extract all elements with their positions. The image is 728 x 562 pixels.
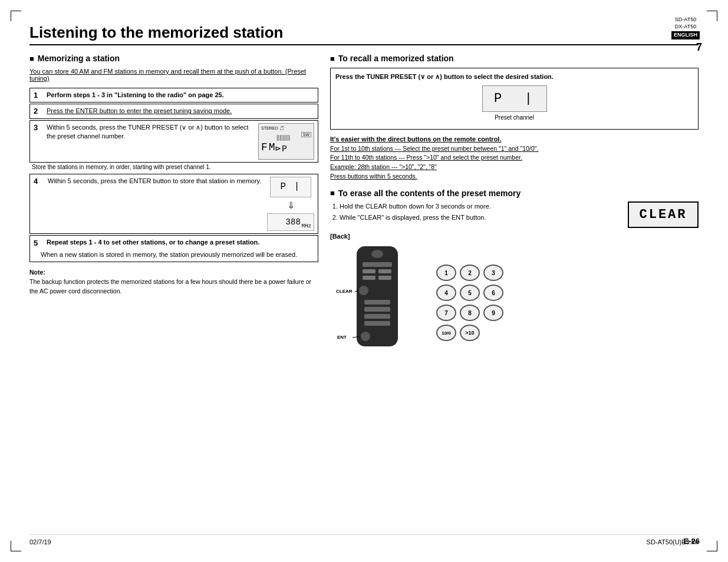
svg-rect-11 <box>364 307 390 312</box>
step-4-num: 4 <box>34 177 43 186</box>
preset-small-display: P | <box>270 177 311 197</box>
mhz-label: MHz <box>302 223 311 229</box>
corner-mark-tl <box>11 11 21 21</box>
preset-channel-label: Preset channel <box>482 113 547 122</box>
easier-line-2: For 11th to 40th stations --- Press ">10… <box>330 153 699 163</box>
recall-box: Press the TUNER PRESET (∨ or ∧) button t… <box>330 68 699 130</box>
corner-mark-br <box>707 541 717 551</box>
num-btn-gt10[interactable]: >10 <box>460 325 480 341</box>
recall-box-text: Press the TUNER PRESET (∨ or ∧) button t… <box>335 73 554 80</box>
svg-rect-2 <box>363 262 392 267</box>
step-2: 2 Press the ENTER button to enter the pr… <box>29 104 318 118</box>
model-labels: SD-AT50 DX-AT50 ENGLISH <box>671 16 700 39</box>
recall-heading: To recall a memorized station <box>330 54 699 63</box>
remote-area: CLEAR ENT <box>330 243 699 363</box>
preset-display-wrap: P | Preset channel <box>482 85 547 122</box>
svg-text:CLEAR: CLEAR <box>336 289 353 294</box>
num-btn-8[interactable]: 8 <box>460 305 480 321</box>
step-5-num: 5 <box>34 238 43 249</box>
num-btn-10-0[interactable]: 10/0 <box>436 325 456 341</box>
step-4-inner: 4 Within 5 seconds, press the ENTER butt… <box>34 177 314 231</box>
signal-bars: ||||||||| <box>276 134 290 141</box>
step-1-text: Perform steps 1 - 3 in "Listening to the… <box>47 91 314 100</box>
svg-rect-3 <box>363 269 375 273</box>
step-3-inner: Within 5 seconds, press the TUNER PRESET… <box>47 123 314 160</box>
language-badge: ENGLISH <box>671 31 700 39</box>
erase-steps: Hold the CLEAR button down for 3 seconds… <box>330 201 621 224</box>
erase-step-1: Hold the CLEAR button down for 3 seconds… <box>340 201 621 212</box>
num-btn-1[interactable]: 1 <box>436 265 456 281</box>
tuner-display: STEREO 🎵 SW ||||||||| FM ⊳P <box>258 123 314 160</box>
page-container: SD-AT50 DX-AT50 ENGLISH 7 Listening to t… <box>0 0 728 562</box>
step-4: 4 Within 5 seconds, press the ENTER butt… <box>29 174 318 234</box>
easier-heading: It's easier with the direct buttons on t… <box>330 135 699 143</box>
svg-rect-4 <box>378 269 391 273</box>
num-btn-4[interactable]: 4 <box>436 285 456 301</box>
store-note: Store the stations in memory, in order, … <box>29 164 318 170</box>
erase-heading: To erase all the contents of the preset … <box>330 189 699 198</box>
seg-display-arrow: ⊳P <box>275 143 288 154</box>
step-2-text: Press the ENTER button to enter the pres… <box>47 107 314 115</box>
model-sd: SD-AT50 <box>671 16 700 24</box>
memorizing-subtitle: You can store 40 AM and FM stations in m… <box>29 68 318 82</box>
model-dx: DX-AT50 <box>671 24 700 31</box>
step-2-num: 2 <box>34 107 43 115</box>
remote-svg: CLEAR ENT <box>330 243 424 361</box>
step-5-text: Repeat steps 1 - 4 to set other stations… <box>47 238 259 249</box>
svg-rect-6 <box>378 276 391 280</box>
page-title: Listening to the memorized station <box>29 24 699 45</box>
note-text: The backup function protects the memoriz… <box>29 278 311 295</box>
step-4-display: P | ⇓ 388 MHz <box>267 177 314 231</box>
step-3-num: 3 <box>34 123 43 132</box>
left-column: Memorizing a station You can store 40 AM… <box>29 54 318 363</box>
memorizing-heading: Memorizing a station <box>29 54 318 63</box>
num-btn-3[interactable]: 3 <box>483 265 503 281</box>
num-buttons-grid: 1 2 3 4 5 6 7 8 9 10/0 >10 <box>436 265 503 341</box>
step-3-text: Within 5 seconds, press the TUNER PRESET… <box>47 123 253 141</box>
step-5: 5 Repeat steps 1 - 4 to set other statio… <box>29 235 318 263</box>
mhz-value: 388 <box>286 217 301 227</box>
step-3: 3 Within 5 seconds, press the TUNER PRES… <box>29 120 318 163</box>
num-btn-7[interactable]: 7 <box>436 305 456 321</box>
mhz-display: 388 MHz <box>267 213 314 231</box>
easier-lines: For 1st to 10th stations --- Select the … <box>330 144 699 181</box>
clear-display-text: CLEAR <box>639 207 687 222</box>
seg-display-fm: FM <box>261 141 276 153</box>
erase-step-2: While "CLEAR" is displayed, press the EN… <box>340 213 621 223</box>
note-label: Note: <box>29 269 45 276</box>
svg-point-7 <box>359 286 368 295</box>
svg-point-14 <box>361 332 370 341</box>
easier-line-1: For 1st to 10th stations --- Select the … <box>330 144 699 154</box>
svg-point-1 <box>371 250 383 258</box>
step-1: 1 Perform steps 1 - 3 in "Listening to t… <box>29 88 318 103</box>
erase-steps-list: Hold the CLEAR button down for 3 seconds… <box>330 201 621 223</box>
num-btn-empty <box>483 325 503 341</box>
footer-date: 02/7/19 <box>29 538 51 546</box>
corner-mark-tr <box>707 11 717 21</box>
step-4-text: Within 5 seconds, press the ENTER button… <box>48 177 262 186</box>
svg-rect-5 <box>363 276 375 280</box>
svg-rect-12 <box>364 314 390 319</box>
preset-display-value: P | <box>494 89 535 108</box>
svg-text:ENT: ENT <box>337 335 347 340</box>
back-label: [Back] <box>330 233 699 240</box>
corner-mark-bl <box>11 541 21 551</box>
bottom-bar: 02/7/19 SD-AT50(U)E3.fm <box>29 534 699 546</box>
e-number: E-26 <box>684 537 700 546</box>
num-btn-6[interactable]: 6 <box>483 285 503 301</box>
step-1-num: 1 <box>34 91 43 100</box>
right-column: To recall a memorized station Press the … <box>330 54 699 363</box>
easier-line-4: Press buttons within 5 seconds. <box>330 172 699 181</box>
arrow-down: ⇓ <box>287 200 295 211</box>
step-5-subnote: When a new station is stored in memory, … <box>34 250 314 259</box>
num-btn-2[interactable]: 2 <box>460 265 480 281</box>
svg-rect-13 <box>364 321 390 326</box>
preset-display: P | <box>482 85 547 112</box>
note-section: Note: The backup function protects the m… <box>29 268 318 296</box>
num-btn-5[interactable]: 5 <box>460 285 480 301</box>
main-content: Memorizing a station You can store 40 AM… <box>29 54 699 363</box>
clear-display: CLEAR <box>628 201 699 228</box>
num-btn-9[interactable]: 9 <box>483 305 503 321</box>
stereo-label: STEREO 🎵 <box>261 126 285 131</box>
remote-control-diagram: CLEAR ENT <box>330 243 424 363</box>
